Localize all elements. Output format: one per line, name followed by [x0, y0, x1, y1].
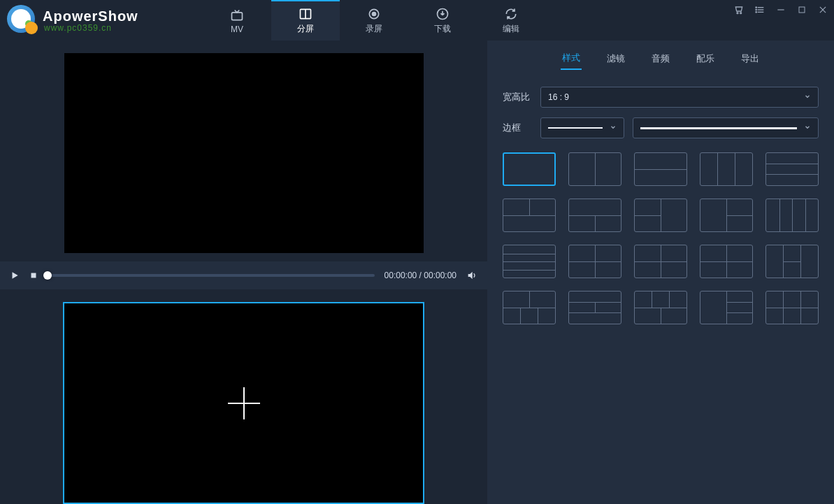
subtab-export[interactable]: 导出	[740, 48, 761, 69]
close-button[interactable]	[817, 4, 828, 15]
layout-bottom-split[interactable]	[568, 199, 621, 232]
svg-marker-20	[468, 272, 473, 280]
svg-rect-15	[799, 7, 805, 13]
svg-rect-0	[232, 12, 243, 20]
subtab-style[interactable]: 样式	[561, 48, 582, 70]
svg-point-4	[373, 13, 376, 16]
player-bar: 00:00:00 / 00:00:00	[0, 261, 487, 289]
player-time: 00:00:00 / 00:00:00	[384, 271, 456, 280]
download-icon	[436, 7, 450, 21]
chevron-down-icon	[804, 123, 811, 133]
app-logo-icon	[7, 5, 38, 36]
tab-split-screen[interactable]: 分屏	[271, 0, 340, 41]
svg-point-13	[756, 12, 756, 13]
menu-icon[interactable]	[754, 4, 765, 15]
layout-1x4[interactable]	[765, 199, 819, 232]
subtab-audio[interactable]: 音频	[650, 48, 671, 69]
svg-point-12	[756, 9, 756, 10]
play-button[interactable]	[10, 271, 20, 280]
sub-tabs: 样式 滤镜 音频 配乐 导出	[487, 41, 834, 77]
split-icon	[299, 7, 312, 21]
layout-2x2[interactable]	[568, 245, 621, 278]
svg-marker-18	[13, 272, 18, 278]
layout-left-split[interactable]	[634, 199, 687, 232]
layout-5a[interactable]	[503, 291, 556, 324]
maximize-button[interactable]	[796, 4, 807, 15]
chevron-down-icon	[610, 123, 617, 133]
layout-templates-grid	[487, 138, 834, 338]
layout-2x1[interactable]	[634, 152, 687, 186]
tv-icon	[230, 8, 244, 22]
split-editor-canvas[interactable]	[63, 302, 424, 504]
app-url: www.pc0359.cn	[44, 23, 138, 33]
border-label: 边框	[503, 122, 532, 134]
border-width-sample	[548, 127, 603, 129]
app-title: ApowerShow	[43, 8, 138, 24]
svg-point-6	[737, 13, 738, 14]
layout-right-split[interactable]	[700, 199, 753, 232]
refresh-icon	[504, 7, 518, 21]
layout-1x3[interactable]	[700, 152, 753, 186]
layout-quad-a[interactable]	[634, 245, 687, 278]
preview-video	[64, 53, 424, 253]
main-tabs: MV 分屏 录屏 下载 编辑	[203, 0, 545, 41]
border-color-sample	[640, 127, 797, 129]
minimize-button[interactable]	[775, 4, 786, 15]
layout-1x1[interactable]	[503, 152, 556, 186]
tab-edit[interactable]: 编辑	[477, 0, 545, 41]
svg-point-11	[756, 7, 756, 8]
app-logo-area: ApowerShow www.pc0359.cn	[0, 5, 203, 36]
layout-1x2[interactable]	[568, 152, 621, 186]
layout-top-split[interactable]	[503, 199, 556, 232]
svg-point-7	[740, 13, 742, 14]
layout-3x1[interactable]	[765, 152, 819, 186]
aspect-ratio-label: 宽高比	[503, 91, 532, 103]
record-icon	[367, 7, 381, 21]
layout-5c[interactable]	[634, 291, 687, 324]
chevron-down-icon	[804, 92, 811, 102]
stop-button[interactable]	[29, 271, 38, 280]
layout-quad-c[interactable]	[765, 245, 819, 278]
cart-icon[interactable]	[733, 4, 745, 15]
aspect-ratio-dropdown[interactable]: 16 : 9	[540, 87, 819, 108]
border-width-dropdown[interactable]	[540, 117, 624, 138]
tab-download[interactable]: 下载	[408, 0, 477, 41]
layout-4x1[interactable]	[503, 245, 556, 278]
tab-record[interactable]: 录屏	[340, 0, 408, 41]
tab-mv[interactable]: MV	[203, 0, 271, 41]
layout-quad-b[interactable]	[700, 245, 753, 278]
volume-button[interactable]	[466, 270, 477, 281]
seek-knob[interactable]	[43, 271, 52, 280]
subtab-music[interactable]: 配乐	[695, 48, 716, 69]
seek-slider[interactable]	[48, 274, 375, 277]
layout-5d[interactable]	[700, 291, 753, 324]
svg-rect-19	[31, 273, 36, 278]
border-color-dropdown[interactable]	[633, 117, 819, 138]
subtab-filter[interactable]: 滤镜	[605, 48, 626, 69]
layout-5b[interactable]	[568, 291, 621, 324]
layout-5e[interactable]	[765, 291, 819, 324]
